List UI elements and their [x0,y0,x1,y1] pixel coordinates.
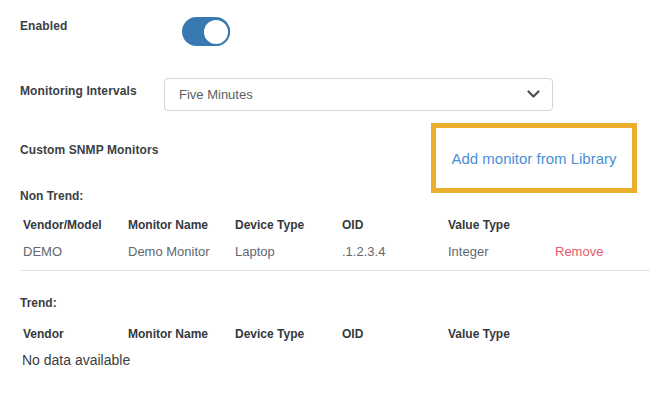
monitoring-interval-select[interactable]: Five Minutes [164,78,553,111]
column-header: Vendor [23,327,128,341]
non-trend-header-row: Vendor/Model Monitor Name Device Type OI… [23,218,650,232]
vendor-model-cell: DEMO [23,244,128,259]
column-header: OID [342,218,448,232]
table-row: DEMO Demo Monitor Laptop .1.2.3.4 Intege… [23,244,650,259]
enabled-label: Enabled [20,19,67,33]
selected-interval: Five Minutes [179,87,526,102]
snmp-settings-panel: Enabled Monitoring Intervals Five Minute… [0,0,650,404]
column-header: Device Type [235,218,342,232]
monitor-name-cell: Demo Monitor [128,244,235,259]
add-monitor-from-library-link[interactable]: Add monitor from Library [451,150,616,167]
no-data-text: No data available [22,352,130,368]
non-trend-title: Non Trend: [20,189,83,203]
remove-monitor-link[interactable]: Remove [555,244,650,259]
enabled-toggle[interactable] [182,17,230,46]
value-type-cell: Integer [448,244,555,259]
column-header: Monitor Name [128,218,235,232]
trend-header-row: Vendor Monitor Name Device Type OID Valu… [23,327,650,341]
oid-cell: .1.2.3.4 [342,244,448,259]
monitoring-intervals-label: Monitoring Intervals [20,84,137,98]
section-divider [20,270,650,271]
custom-snmp-monitors-label: Custom SNMP Monitors [20,143,158,157]
column-header: Value Type [448,327,555,341]
column-header: OID [342,327,448,341]
toggle-knob [202,18,230,46]
column-header: Monitor Name [128,327,235,341]
column-header: Vendor/Model [23,218,128,232]
trend-title: Trend: [20,296,57,310]
chevron-down-icon [526,88,540,102]
column-header: Value Type [448,218,555,232]
column-header: Device Type [235,327,342,341]
highlight-box: Add monitor from Library [431,123,637,193]
device-type-cell: Laptop [235,244,342,259]
